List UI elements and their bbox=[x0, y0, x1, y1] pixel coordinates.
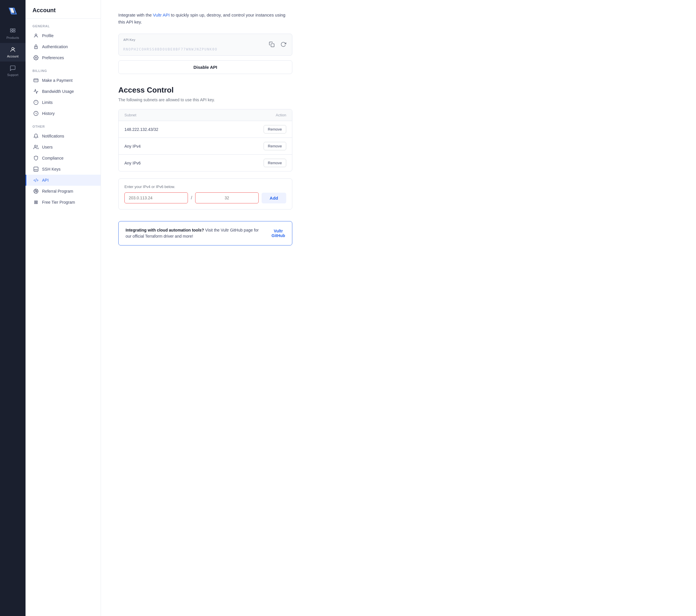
prefix-input[interactable] bbox=[195, 192, 259, 203]
access-control-table: Subnet Action 148.222.132.43/32 Remove A… bbox=[118, 109, 292, 171]
nav-item-products[interactable]: Products bbox=[0, 25, 26, 43]
svg-point-12 bbox=[36, 47, 36, 48]
remove-subnet-3-button[interactable]: Remove bbox=[264, 159, 286, 167]
svg-point-23 bbox=[34, 202, 36, 204]
svg-rect-6 bbox=[13, 29, 15, 30]
ip-input[interactable] bbox=[124, 192, 188, 203]
sidebar-section-general: GENERAL bbox=[26, 19, 101, 30]
sidebar-item-authentication[interactable]: Authentication bbox=[26, 41, 101, 52]
sidebar-item-limits[interactable]: Limits bbox=[26, 97, 101, 108]
add-subnet-label: Enter your IPv4 or IPv6 below. bbox=[124, 185, 286, 189]
sidebar-item-users[interactable]: Users bbox=[26, 142, 101, 153]
svg-point-9 bbox=[14, 48, 15, 49]
sidebar-item-compliance[interactable]: Compliance bbox=[26, 153, 101, 164]
svg-point-21 bbox=[34, 201, 36, 202]
sidebar-item-bandwidth-usage[interactable]: Bandwidth Usage bbox=[26, 86, 101, 97]
table-row: Any IPv4 Remove bbox=[118, 138, 292, 155]
table-row: Any IPv6 Remove bbox=[118, 155, 292, 171]
sidebar-item-history[interactable]: History bbox=[26, 108, 101, 119]
nav-logo[interactable] bbox=[6, 5, 19, 19]
api-key-actions bbox=[268, 40, 287, 49]
svg-point-8 bbox=[12, 48, 14, 50]
sidebar-section-billing: BILLING bbox=[26, 63, 101, 75]
main-content: Integrate with the Vultr API to quickly … bbox=[101, 0, 696, 616]
col-action-header: Action bbox=[276, 113, 286, 117]
access-control-desc: The following subnets are allowed to use… bbox=[118, 97, 679, 102]
svg-rect-5 bbox=[11, 31, 13, 32]
svg-rect-7 bbox=[13, 31, 15, 32]
svg-point-24 bbox=[36, 202, 38, 204]
vultr-github-link[interactable]: VultrGitHub bbox=[271, 229, 285, 238]
remove-subnet-1-button[interactable]: Remove bbox=[264, 125, 286, 134]
automation-banner: Integrating with cloud automation tools?… bbox=[118, 221, 292, 245]
nav-item-account[interactable]: Account bbox=[0, 43, 26, 62]
sidebar-item-profile[interactable]: Profile bbox=[26, 30, 101, 41]
sidebar-item-free-tier-program[interactable]: Free Tier Program bbox=[26, 197, 101, 208]
remove-subnet-2-button[interactable]: Remove bbox=[264, 142, 286, 150]
regenerate-api-key-button[interactable] bbox=[279, 40, 287, 49]
subnet-value-2: Any IPv4 bbox=[124, 144, 141, 149]
nav-item-support[interactable]: Support bbox=[0, 62, 26, 80]
sidebar-item-ssh-keys[interactable]: SSH SSH Keys bbox=[26, 164, 101, 175]
vultr-api-link[interactable]: Vultr API bbox=[153, 13, 170, 17]
svg-point-13 bbox=[35, 57, 37, 59]
sidebar-title: Account bbox=[26, 0, 101, 19]
svg-point-10 bbox=[35, 34, 37, 36]
svg-point-22 bbox=[36, 201, 38, 202]
subnet-value-3: Any IPv6 bbox=[124, 161, 141, 165]
add-subnet-box: Enter your IPv4 or IPv6 below. / Add bbox=[118, 179, 292, 210]
api-key-value: RNOPH2COHRSS8BDOUBE0BF77WNWJNZPUNK0O bbox=[123, 43, 268, 51]
svg-text:SSH: SSH bbox=[34, 169, 37, 171]
col-subnet-header: Subnet bbox=[124, 113, 136, 117]
api-intro: Integrate with the Vultr API to quickly … bbox=[118, 12, 292, 26]
table-row: 148.222.132.43/32 Remove bbox=[118, 121, 292, 138]
api-key-label: API Key bbox=[123, 38, 268, 42]
disable-api-button[interactable]: Disable API bbox=[118, 60, 292, 74]
sidebar-item-referral-program[interactable]: Referral Program bbox=[26, 186, 101, 197]
svg-rect-25 bbox=[271, 44, 274, 47]
sidebar-item-preferences[interactable]: Preferences bbox=[26, 52, 101, 63]
automation-text: Integrating with cloud automation tools?… bbox=[126, 227, 265, 240]
access-control-title: Access Control bbox=[118, 86, 679, 95]
slash-divider: / bbox=[191, 195, 192, 200]
sidebar-item-make-payment[interactable]: Make a Payment bbox=[26, 75, 101, 86]
subnet-value-1: 148.222.132.43/32 bbox=[124, 127, 158, 132]
svg-rect-4 bbox=[11, 29, 13, 30]
sidebar-section-other: OTHER bbox=[26, 119, 101, 130]
sidebar-item-api[interactable]: API bbox=[26, 175, 101, 186]
svg-point-17 bbox=[34, 145, 36, 147]
add-subnet-row: / Add bbox=[124, 192, 286, 203]
svg-rect-14 bbox=[34, 79, 38, 82]
add-subnet-button[interactable]: Add bbox=[262, 192, 286, 203]
sidebar-item-notifications[interactable]: Notifications bbox=[26, 130, 101, 142]
table-header: Subnet Action bbox=[118, 109, 292, 121]
sidebar: Account GENERAL Profile Authentication P… bbox=[26, 0, 101, 616]
nav-rail: Products Account Support bbox=[0, 0, 26, 616]
api-key-box: API Key RNOPH2COHRSS8BDOUBE0BF77WNWJNZPU… bbox=[118, 34, 292, 56]
copy-api-key-button[interactable] bbox=[268, 40, 276, 49]
